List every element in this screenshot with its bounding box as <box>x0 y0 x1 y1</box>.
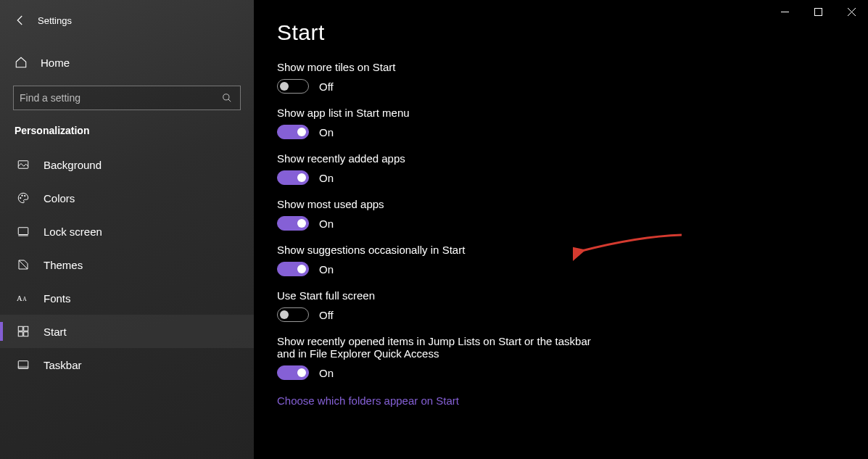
window-controls <box>768 0 868 23</box>
nav-label: Fonts <box>44 292 71 305</box>
toggle-show-more-tiles[interactable] <box>277 79 309 94</box>
nav-list: Background Colors Lock screen Themes AA … <box>0 148 254 381</box>
toggle-state: On <box>319 218 334 230</box>
palette-icon <box>16 191 30 205</box>
category-heading: Personalization <box>0 110 254 148</box>
svg-rect-11 <box>24 332 28 336</box>
toggle-state: On <box>319 126 334 138</box>
search-input[interactable] <box>20 92 220 104</box>
nav-label: Start <box>44 326 67 338</box>
toggle-suggestions[interactable] <box>277 262 309 276</box>
sidebar-item-lock-screen[interactable]: Lock screen <box>0 215 254 248</box>
back-button[interactable] <box>6 6 35 35</box>
setting-label: Show recently added apps <box>277 152 689 165</box>
setting-label: Show app list in Start menu <box>277 107 689 119</box>
setting-recently-added: Show recently added apps On <box>277 152 689 185</box>
taskbar-icon <box>16 357 30 372</box>
toggle-state: On <box>319 367 334 379</box>
nav-label: Taskbar <box>44 359 82 371</box>
nav-label: Themes <box>44 259 83 271</box>
sidebar-item-colors[interactable]: Colors <box>0 181 254 215</box>
setting-label: Use Start full screen <box>277 289 689 302</box>
home-label: Home <box>41 57 70 69</box>
sidebar-item-start[interactable]: Start <box>0 315 254 348</box>
toggle-state: On <box>319 172 334 184</box>
svg-rect-5 <box>18 228 28 235</box>
app-title: Settings <box>38 15 72 26</box>
search-icon[interactable] <box>220 93 234 103</box>
lock-screen-icon <box>16 224 30 239</box>
search-container <box>13 86 241 110</box>
sidebar-item-fonts[interactable]: AA Fonts <box>0 281 254 315</box>
setting-label: Show suggestions occasionally in Start <box>277 244 689 256</box>
svg-rect-8 <box>18 326 22 331</box>
setting-label: Show most used apps <box>277 198 689 210</box>
toggle-recently-added[interactable] <box>277 170 309 185</box>
svg-rect-10 <box>18 332 22 336</box>
svg-point-2 <box>20 197 22 199</box>
sidebar-item-home[interactable]: Home <box>0 46 254 78</box>
svg-rect-13 <box>18 366 28 368</box>
toggle-jump-lists[interactable] <box>277 365 309 380</box>
setting-jump-lists: Show recently opened items in Jump Lists… <box>277 335 689 380</box>
setting-label: Show more tiles on Start <box>277 61 689 73</box>
setting-show-more-tiles: Show more tiles on Start Off <box>277 61 689 94</box>
fonts-icon: AA <box>16 291 30 305</box>
svg-rect-9 <box>24 326 28 331</box>
maximize-button[interactable] <box>801 0 835 23</box>
svg-text:A: A <box>17 294 22 302</box>
sidebar: Settings Home Personalization Background… <box>0 0 254 459</box>
svg-point-0 <box>223 94 229 100</box>
sidebar-item-themes[interactable]: Themes <box>0 248 254 281</box>
setting-full-screen: Use Start full screen Off <box>277 289 689 322</box>
main-content: Start Show more tiles on Start Off Show … <box>254 0 868 459</box>
toggle-show-app-list[interactable] <box>277 125 309 139</box>
setting-most-used: Show most used apps On <box>277 198 689 231</box>
setting-label: Show recently opened items in Jump Lists… <box>277 335 611 360</box>
nav-label: Colors <box>44 192 75 204</box>
setting-show-app-list: Show app list in Start menu On <box>277 107 689 139</box>
minimize-button[interactable] <box>768 0 801 23</box>
nav-label: Background <box>44 159 102 171</box>
svg-rect-14 <box>814 8 822 15</box>
toggle-full-screen[interactable] <box>277 307 309 322</box>
choose-folders-link[interactable]: Choose which folders appear on Start <box>277 394 689 407</box>
themes-icon <box>16 257 30 272</box>
svg-point-3 <box>22 195 23 197</box>
setting-suggestions: Show suggestions occasionally in Start O… <box>277 244 689 276</box>
sidebar-item-taskbar[interactable]: Taskbar <box>0 348 254 381</box>
home-icon <box>15 56 29 69</box>
toggle-state: On <box>319 263 334 276</box>
settings-list: Show more tiles on Start Off Show app li… <box>254 61 689 407</box>
toggle-state: Off <box>319 80 334 93</box>
nav-label: Lock screen <box>44 226 102 238</box>
svg-text:A: A <box>22 296 27 302</box>
toggle-state: Off <box>319 309 334 321</box>
page-title: Start <box>254 20 868 45</box>
sidebar-item-background[interactable]: Background <box>0 148 254 181</box>
start-icon <box>16 324 30 339</box>
title-bar: Settings <box>0 6 254 35</box>
search-box[interactable] <box>13 86 241 110</box>
toggle-most-used[interactable] <box>277 216 309 231</box>
svg-point-4 <box>25 195 26 197</box>
close-button[interactable] <box>835 0 868 23</box>
image-icon <box>16 157 30 172</box>
